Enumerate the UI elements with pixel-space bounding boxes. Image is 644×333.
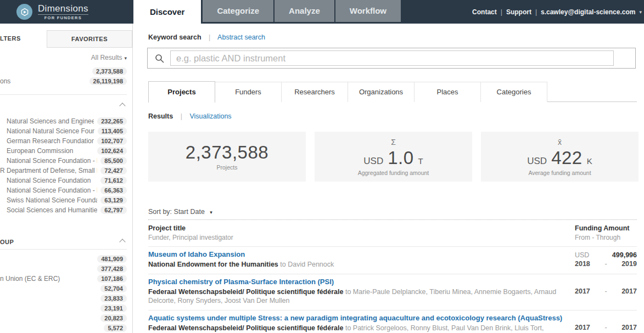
facet-label: n Union (EC & ERC) — [0, 275, 60, 283]
funder-facet-row[interactable]: Swiss National Science Foundation 63,129 — [0, 195, 127, 205]
nav-tab-label: Analyze — [289, 6, 320, 15]
facet-label: European Commission — [7, 147, 94, 155]
funder-name: Federaal Wetenschapsbeleid/ Politique sc… — [148, 288, 343, 296]
entity-tab[interactable]: Categories — [480, 82, 547, 102]
project-meta: National Endowment for the Humanities to… — [148, 260, 565, 269]
count-badge: 2,373,588 — [92, 67, 127, 75]
funder-section-collapse[interactable] — [120, 100, 125, 110]
stat-card: x̄ USD 422 K Average funding amount — [481, 132, 639, 182]
year-through: 2019 — [621, 260, 637, 268]
summary-row[interactable]: ons 26,119,198 — [0, 76, 127, 86]
support-link[interactable]: Support — [506, 8, 531, 16]
entity-tab[interactable]: Researchers — [281, 82, 348, 102]
search-input[interactable] — [170, 50, 614, 66]
separator: | — [181, 112, 182, 120]
col-funding: Funding Amount From - Through — [575, 224, 637, 241]
facet-label: National Science Foundation - Di... — [7, 187, 97, 194]
separator: | — [501, 8, 502, 16]
divider — [0, 249, 127, 250]
contact-link[interactable]: Contact — [472, 8, 497, 16]
funder-facet-row[interactable]: European Commission 102,624 — [0, 146, 127, 156]
count-badge: 85,500 — [100, 157, 127, 165]
entity-tab-label: Researchers — [294, 88, 335, 96]
summary-label: ons — [0, 77, 10, 85]
top-bar: Dimensions FOR FUNDERS Discover Categori… — [0, 0, 644, 24]
project-title-link[interactable]: Aquatic systems under multiple Stress: a… — [148, 314, 565, 322]
funder-group-section-header[interactable]: OUP — [0, 238, 125, 246]
results-link[interactable]: Results — [148, 112, 173, 120]
group-facet-row[interactable]: 20,823 — [0, 313, 127, 323]
visualizations-link[interactable]: Visualizations — [189, 112, 231, 120]
funding-years-line: 2017 - 2017 — [575, 323, 637, 332]
nav-tab[interactable]: Discover — [133, 0, 201, 24]
funder-facet-row[interactable]: National Natural Science Founda... 113,4… — [0, 126, 127, 136]
entity-tab[interactable]: Projects — [148, 81, 215, 103]
funder-facet-row[interactable]: German Research Foundation 102,707 — [0, 136, 127, 146]
stat-label: Average funding amount — [528, 170, 591, 176]
group-facet-row[interactable]: 52,704 — [0, 284, 127, 294]
chevron-up-icon — [119, 239, 125, 245]
group-facet-row[interactable]: n Union (EC & ERC) 107,186 — [0, 274, 127, 284]
stat-value: 2,373,588 — [186, 143, 268, 162]
count-badge: 26,119,198 — [89, 77, 127, 85]
funding-years-line: 2018 - 2019 — [575, 259, 637, 268]
main-nav: Discover Categorize Analyze Workflow — [133, 0, 402, 24]
entity-tab[interactable]: Funders — [215, 82, 282, 102]
all-results-dropdown[interactable]: All Results▾ — [91, 54, 127, 61]
abstract-search-link[interactable]: Abstract search — [217, 33, 265, 41]
entity-tab[interactable]: Places — [414, 82, 481, 102]
count-badge: 23,833 — [100, 295, 127, 302]
count-badge: 377,428 — [97, 265, 127, 273]
year-dash: - — [604, 260, 607, 268]
entity-tab[interactable]: Organizations — [348, 82, 415, 102]
nav-tab[interactable]: Categorize — [203, 0, 273, 22]
currency-label: USD — [527, 156, 547, 167]
table-row: Physical chemistry of Plasma-Surface Int… — [148, 274, 637, 310]
project-title-link[interactable]: Physical chemistry of Plasma-Surface Int… — [148, 278, 565, 286]
funder-name: National Endowment for the Humanities — [148, 261, 278, 268]
group-facet-row[interactable]: 377,428 — [0, 264, 127, 274]
keyword-search-link[interactable]: Keyword search — [148, 33, 201, 41]
nav-tab[interactable]: Workflow — [335, 0, 401, 22]
count-badge: 72,427 — [100, 167, 127, 174]
stat-icon: Σ — [391, 138, 396, 147]
app-logo[interactable]: Dimensions FOR FUNDERS — [0, 0, 133, 24]
funding-years-line: 2017 - 2017 — [575, 287, 637, 296]
funding-cell: 2017 - 2017 — [575, 278, 637, 296]
group-facet-row[interactable]: 23,833 — [0, 294, 127, 303]
facet-label: German Research Foundation — [7, 137, 94, 145]
chevron-down-icon: ▾ — [124, 55, 127, 61]
funder-facet-row[interactable]: National Science Foundation 71,612 — [0, 176, 127, 185]
funder-facet-row[interactable]: National Science Foundation - Di... 66,3… — [0, 185, 127, 195]
funding-amount-line — [575, 314, 637, 323]
summary-row[interactable]: 2,373,588 — [0, 66, 127, 76]
nav-tab[interactable]: Analyze — [275, 0, 334, 22]
tab-favorites[interactable]: FAVORITES — [47, 30, 132, 48]
table-row: Aquatic systems under multiple Stress: a… — [148, 310, 637, 333]
stat-value: 1.0 — [388, 148, 413, 168]
group-facet-row[interactable]: 5,572 — [0, 323, 127, 333]
funder-facet-row[interactable]: Social Sciences and Humanities R... 62,7… — [0, 205, 127, 215]
year-through: 2017 — [621, 324, 637, 331]
chevron-down-icon[interactable]: ▾ — [639, 9, 642, 15]
dimensions-logo-icon — [16, 4, 32, 20]
main-content: Keyword search | Abstract search Project… — [133, 24, 644, 333]
facet-label: National Natural Science Founda... — [7, 127, 94, 135]
funder-facet-row[interactable]: Natural Sciences and Engineering.. 232,2… — [0, 116, 127, 126]
group-facet-row[interactable]: 481,909 — [0, 254, 127, 264]
funder-facet-row[interactable]: National Science Foundation - Di... 85,5… — [0, 156, 127, 166]
section-title: OUP — [0, 239, 14, 245]
results-view-switch: Results | Visualizations — [148, 112, 232, 120]
chevron-down-icon: ▾ — [210, 210, 212, 215]
count-badge: 63,129 — [100, 196, 127, 204]
entity-tabs: Projects Funders Researchers Organizatio… — [148, 81, 637, 102]
project-title-link[interactable]: Museum of Idaho Expansion — [148, 250, 565, 258]
chevron-up-icon — [119, 103, 125, 109]
tab-filters[interactable]: LTERS — [0, 35, 21, 42]
user-email[interactable]: s.cawley@digital-science.com — [541, 8, 635, 16]
group-facet-row[interactable]: 23,191 — [0, 303, 127, 313]
funder-facet-row[interactable]: R Department of Defense, Small Bu... 72,… — [0, 166, 127, 176]
stat-value-row: 2,373,588 — [186, 143, 268, 162]
divider — [0, 94, 127, 95]
sort-dropdown[interactable]: Sort by: Start Date ▾ — [148, 208, 212, 216]
